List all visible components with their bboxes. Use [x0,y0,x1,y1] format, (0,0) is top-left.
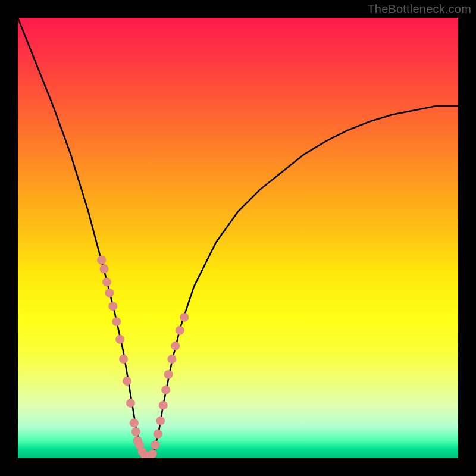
data-marker [119,355,127,363]
data-marker [112,317,121,325]
data-marker [164,370,173,378]
chart-svg [18,18,458,458]
data-marker [168,355,176,363]
data-marker [137,447,146,456]
data-marker [171,342,180,350]
data-marker [100,265,108,273]
data-marker [176,326,184,334]
data-marker [123,377,131,385]
data-marker [161,386,170,394]
data-marker [109,302,117,311]
data-marker [180,313,189,321]
data-marker [97,256,105,264]
data-marker [140,451,149,458]
data-marker [115,335,124,343]
data-marker [151,441,159,449]
data-marker [126,399,134,407]
chart-container: TheBottleneck.com [0,0,476,476]
data-marker [154,430,162,438]
data-marker [102,278,111,286]
plot-area [18,18,458,458]
data-marker [133,436,142,444]
data-marker [105,289,114,297]
data-marker [159,401,167,409]
marker-group [97,256,189,458]
data-marker [130,419,138,427]
curve-path [18,18,458,456]
data-marker [131,427,140,436]
data-marker [156,416,165,425]
data-marker [148,449,156,458]
data-marker [146,452,154,458]
data-marker [135,441,143,449]
watermark-text: TheBottleneck.com [367,2,471,16]
data-marker [143,452,151,458]
